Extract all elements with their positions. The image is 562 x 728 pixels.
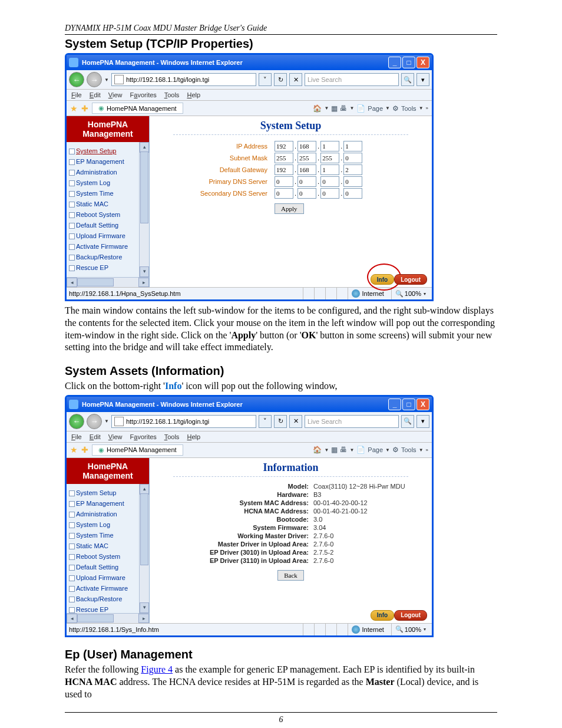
forward-button[interactable]: → (87, 72, 102, 87)
search-button[interactable]: 🔍 (401, 415, 414, 428)
search-dropdown[interactable]: ▾ (416, 73, 429, 86)
sidebar-item[interactable]: System Log (76, 519, 149, 530)
address-bar[interactable]: http://192.168.1.1/tgi/login.tgi (111, 73, 256, 86)
sidebar-item[interactable]: System Time (76, 530, 149, 541)
sidebar-item[interactable]: Activate Firmware (76, 583, 149, 594)
forward-button[interactable]: → (87, 414, 102, 429)
home-icon[interactable]: 🏠 (313, 446, 322, 454)
menu-file[interactable]: File (71, 91, 82, 98)
browser-tab[interactable]: ◉HomePNA Management (92, 444, 183, 456)
apply-button[interactable]: Apply (275, 203, 304, 214)
info-pill-button[interactable]: Info (371, 610, 394, 621)
sidebar-item[interactable]: Reboot System (76, 209, 149, 220)
ip-octet-input[interactable] (297, 153, 316, 163)
ip-octet-input[interactable] (275, 153, 293, 163)
menu-view[interactable]: View (108, 433, 123, 440)
ip-octet-input[interactable] (343, 141, 362, 151)
ip-octet-input[interactable] (297, 141, 316, 151)
page-menu-icon[interactable]: 📄 (356, 446, 365, 454)
menu-tools[interactable]: Tools (164, 433, 180, 440)
ip-octet-input[interactable] (275, 176, 293, 187)
ip-octet-input[interactable] (320, 176, 339, 187)
ip-octet-input[interactable] (320, 188, 339, 199)
logout-pill-button[interactable]: Logout (394, 274, 427, 285)
sidebar-item[interactable]: Administration (76, 509, 149, 519)
chevron-right-icon[interactable]: » (426, 447, 428, 453)
feed-icon[interactable]: ▦ (331, 104, 338, 113)
info-pill-button[interactable]: Info (371, 274, 394, 285)
zoom-icon[interactable]: 🔍 (395, 625, 404, 633)
refresh-button[interactable]: ↻ (274, 73, 287, 86)
sidebar-item[interactable]: Administration (76, 167, 149, 177)
menu-file[interactable]: File (71, 433, 82, 440)
maximize-button[interactable]: □ (402, 398, 415, 410)
back-button[interactable]: ← (69, 72, 84, 87)
address-bar[interactable]: http://192.168.1.1/tgi/login.tgi (111, 415, 256, 428)
sidebar-item[interactable]: System Log (76, 177, 149, 188)
sidebar-item[interactable]: System Setup (76, 487, 149, 498)
sidebar-item[interactable]: Reboot System (76, 551, 149, 562)
sidebar-item[interactable]: EP Management (76, 498, 149, 509)
sidebar-item[interactable]: Default Setting (76, 562, 149, 572)
ip-octet-input[interactable] (343, 176, 362, 187)
sidebar-item[interactable]: Default Setting (76, 220, 149, 230)
minimize-button[interactable]: _ (388, 398, 401, 410)
page-menu-icon[interactable]: 📄 (356, 104, 365, 113)
sidebar-item[interactable]: System Time (76, 188, 149, 199)
menu-favorites[interactable]: Favorites (130, 91, 157, 98)
sidebar-item[interactable]: System Setup (76, 146, 149, 156)
stop-button[interactable]: ✕ (289, 415, 302, 428)
add-favorite-icon[interactable]: ✚ (81, 445, 88, 454)
url-dropdown[interactable]: ˅ (259, 415, 272, 428)
sidebar-item[interactable]: Rescue EP (76, 262, 149, 273)
ip-octet-input[interactable] (297, 176, 316, 187)
sidebar-item[interactable]: Rescue EP (76, 604, 149, 613)
ip-octet-input[interactable] (297, 164, 316, 175)
vertical-scrollbar[interactable]: ▴▾ (139, 484, 149, 613)
nav-dropdown-icon[interactable]: ▼ (104, 419, 109, 424)
stop-button[interactable]: ✕ (289, 73, 302, 86)
search-input[interactable]: Live Search (305, 415, 399, 428)
sidebar-item[interactable]: Static MAC (76, 541, 149, 551)
print-icon[interactable]: 🖶 (340, 104, 347, 113)
close-button[interactable]: X (416, 398, 429, 410)
zoom-icon[interactable]: 🔍 (395, 290, 404, 298)
sidebar-item[interactable]: Upload Firmware (76, 230, 149, 241)
menu-tools[interactable]: Tools (164, 91, 180, 98)
ip-octet-input[interactable] (297, 188, 316, 199)
sidebar-item[interactable]: Backup/Restore (76, 252, 149, 262)
search-dropdown[interactable]: ▾ (416, 415, 429, 428)
search-input[interactable]: Live Search (305, 73, 399, 86)
favorites-star-icon[interactable]: ★ (70, 104, 78, 113)
menu-help[interactable]: Help (187, 91, 200, 98)
add-favorite-icon[interactable]: ✚ (81, 104, 88, 113)
ip-octet-input[interactable] (275, 164, 293, 175)
close-button[interactable]: X (416, 57, 429, 68)
browser-tab[interactable]: ◉HomePNA Management (92, 103, 183, 114)
print-icon[interactable]: 🖶 (340, 446, 347, 454)
menu-edit[interactable]: Edit (90, 433, 101, 440)
vertical-scrollbar[interactable]: ▴▾ (139, 142, 149, 277)
favorites-star-icon[interactable]: ★ (70, 445, 78, 454)
back-button[interactable]: ← (69, 414, 84, 429)
url-dropdown[interactable]: ˅ (259, 73, 272, 86)
sidebar-item[interactable]: Static MAC (76, 199, 149, 209)
nav-dropdown-icon[interactable]: ▼ (104, 77, 109, 83)
ip-octet-input[interactable] (343, 164, 362, 175)
ip-octet-input[interactable] (343, 188, 362, 199)
menu-edit[interactable]: Edit (90, 91, 101, 98)
home-icon[interactable]: 🏠 (313, 104, 322, 113)
sidebar-item[interactable]: Upload Firmware (76, 572, 149, 583)
search-button[interactable]: 🔍 (401, 73, 414, 86)
chevron-right-icon[interactable]: » (426, 106, 428, 111)
figure-4-link[interactable]: Figure 4 (141, 664, 173, 674)
tools-menu-icon[interactable]: ⚙ (392, 104, 399, 113)
ip-octet-input[interactable] (275, 141, 293, 151)
sidebar-item[interactable]: Activate Firmware (76, 241, 149, 252)
logout-pill-button[interactable]: Logout (394, 610, 427, 621)
horizontal-scrollbar[interactable]: ◂▸ (67, 277, 149, 287)
feed-icon[interactable]: ▦ (331, 446, 338, 454)
sidebar-item[interactable]: EP Management (76, 156, 149, 167)
back-button-form[interactable]: Back (277, 570, 304, 581)
horizontal-scrollbar[interactable]: ◂▸ (67, 613, 149, 623)
